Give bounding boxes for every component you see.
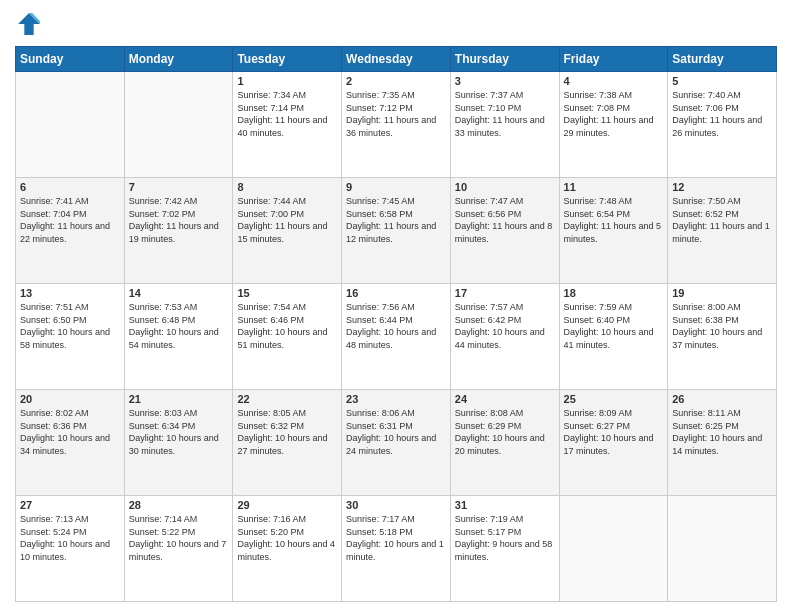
day-number: 31	[455, 499, 555, 511]
weekday-header: Saturday	[668, 47, 777, 72]
calendar-cell: 13Sunrise: 7:51 AMSunset: 6:50 PMDayligh…	[16, 284, 125, 390]
day-info: Sunrise: 7:44 AMSunset: 7:00 PMDaylight:…	[237, 195, 337, 245]
calendar-cell: 2Sunrise: 7:35 AMSunset: 7:12 PMDaylight…	[342, 72, 451, 178]
day-number: 21	[129, 393, 229, 405]
calendar-cell: 4Sunrise: 7:38 AMSunset: 7:08 PMDaylight…	[559, 72, 668, 178]
day-number: 15	[237, 287, 337, 299]
day-info: Sunrise: 7:42 AMSunset: 7:02 PMDaylight:…	[129, 195, 229, 245]
day-info: Sunrise: 7:38 AMSunset: 7:08 PMDaylight:…	[564, 89, 664, 139]
day-number: 3	[455, 75, 555, 87]
calendar-week-row: 13Sunrise: 7:51 AMSunset: 6:50 PMDayligh…	[16, 284, 777, 390]
day-info: Sunrise: 7:57 AMSunset: 6:42 PMDaylight:…	[455, 301, 555, 351]
calendar-cell: 6Sunrise: 7:41 AMSunset: 7:04 PMDaylight…	[16, 178, 125, 284]
calendar: SundayMondayTuesdayWednesdayThursdayFrid…	[15, 46, 777, 602]
day-info: Sunrise: 8:05 AMSunset: 6:32 PMDaylight:…	[237, 407, 337, 457]
calendar-cell: 29Sunrise: 7:16 AMSunset: 5:20 PMDayligh…	[233, 496, 342, 602]
calendar-cell: 1Sunrise: 7:34 AMSunset: 7:14 PMDaylight…	[233, 72, 342, 178]
day-info: Sunrise: 7:41 AMSunset: 7:04 PMDaylight:…	[20, 195, 120, 245]
day-number: 11	[564, 181, 664, 193]
calendar-cell: 8Sunrise: 7:44 AMSunset: 7:00 PMDaylight…	[233, 178, 342, 284]
calendar-cell: 24Sunrise: 8:08 AMSunset: 6:29 PMDayligh…	[450, 390, 559, 496]
day-info: Sunrise: 7:19 AMSunset: 5:17 PMDaylight:…	[455, 513, 555, 563]
calendar-cell: 15Sunrise: 7:54 AMSunset: 6:46 PMDayligh…	[233, 284, 342, 390]
day-number: 27	[20, 499, 120, 511]
day-info: Sunrise: 7:34 AMSunset: 7:14 PMDaylight:…	[237, 89, 337, 139]
day-info: Sunrise: 7:16 AMSunset: 5:20 PMDaylight:…	[237, 513, 337, 563]
day-number: 28	[129, 499, 229, 511]
calendar-week-row: 20Sunrise: 8:02 AMSunset: 6:36 PMDayligh…	[16, 390, 777, 496]
calendar-cell: 28Sunrise: 7:14 AMSunset: 5:22 PMDayligh…	[124, 496, 233, 602]
day-info: Sunrise: 7:40 AMSunset: 7:06 PMDaylight:…	[672, 89, 772, 139]
calendar-cell: 20Sunrise: 8:02 AMSunset: 6:36 PMDayligh…	[16, 390, 125, 496]
day-info: Sunrise: 7:13 AMSunset: 5:24 PMDaylight:…	[20, 513, 120, 563]
day-number: 4	[564, 75, 664, 87]
calendar-week-row: 6Sunrise: 7:41 AMSunset: 7:04 PMDaylight…	[16, 178, 777, 284]
weekday-header: Sunday	[16, 47, 125, 72]
day-number: 7	[129, 181, 229, 193]
day-info: Sunrise: 7:37 AMSunset: 7:10 PMDaylight:…	[455, 89, 555, 139]
day-info: Sunrise: 8:03 AMSunset: 6:34 PMDaylight:…	[129, 407, 229, 457]
day-info: Sunrise: 7:50 AMSunset: 6:52 PMDaylight:…	[672, 195, 772, 245]
day-number: 22	[237, 393, 337, 405]
day-info: Sunrise: 8:09 AMSunset: 6:27 PMDaylight:…	[564, 407, 664, 457]
day-number: 25	[564, 393, 664, 405]
calendar-week-row: 27Sunrise: 7:13 AMSunset: 5:24 PMDayligh…	[16, 496, 777, 602]
weekday-header-row: SundayMondayTuesdayWednesdayThursdayFrid…	[16, 47, 777, 72]
calendar-week-row: 1Sunrise: 7:34 AMSunset: 7:14 PMDaylight…	[16, 72, 777, 178]
day-info: Sunrise: 7:53 AMSunset: 6:48 PMDaylight:…	[129, 301, 229, 351]
calendar-cell: 22Sunrise: 8:05 AMSunset: 6:32 PMDayligh…	[233, 390, 342, 496]
weekday-header: Wednesday	[342, 47, 451, 72]
weekday-header: Thursday	[450, 47, 559, 72]
day-number: 17	[455, 287, 555, 299]
day-info: Sunrise: 8:02 AMSunset: 6:36 PMDaylight:…	[20, 407, 120, 457]
day-info: Sunrise: 7:47 AMSunset: 6:56 PMDaylight:…	[455, 195, 555, 245]
calendar-cell: 10Sunrise: 7:47 AMSunset: 6:56 PMDayligh…	[450, 178, 559, 284]
calendar-cell: 11Sunrise: 7:48 AMSunset: 6:54 PMDayligh…	[559, 178, 668, 284]
day-number: 14	[129, 287, 229, 299]
day-number: 18	[564, 287, 664, 299]
logo-icon	[15, 10, 43, 38]
calendar-cell: 27Sunrise: 7:13 AMSunset: 5:24 PMDayligh…	[16, 496, 125, 602]
day-number: 5	[672, 75, 772, 87]
day-number: 24	[455, 393, 555, 405]
day-info: Sunrise: 7:45 AMSunset: 6:58 PMDaylight:…	[346, 195, 446, 245]
calendar-cell: 18Sunrise: 7:59 AMSunset: 6:40 PMDayligh…	[559, 284, 668, 390]
calendar-cell: 25Sunrise: 8:09 AMSunset: 6:27 PMDayligh…	[559, 390, 668, 496]
calendar-cell	[16, 72, 125, 178]
calendar-cell: 26Sunrise: 8:11 AMSunset: 6:25 PMDayligh…	[668, 390, 777, 496]
day-number: 20	[20, 393, 120, 405]
calendar-cell: 17Sunrise: 7:57 AMSunset: 6:42 PMDayligh…	[450, 284, 559, 390]
calendar-cell: 12Sunrise: 7:50 AMSunset: 6:52 PMDayligh…	[668, 178, 777, 284]
day-info: Sunrise: 7:56 AMSunset: 6:44 PMDaylight:…	[346, 301, 446, 351]
calendar-cell: 5Sunrise: 7:40 AMSunset: 7:06 PMDaylight…	[668, 72, 777, 178]
day-number: 8	[237, 181, 337, 193]
calendar-cell	[559, 496, 668, 602]
day-number: 13	[20, 287, 120, 299]
day-number: 12	[672, 181, 772, 193]
day-info: Sunrise: 7:35 AMSunset: 7:12 PMDaylight:…	[346, 89, 446, 139]
calendar-cell: 16Sunrise: 7:56 AMSunset: 6:44 PMDayligh…	[342, 284, 451, 390]
calendar-cell: 9Sunrise: 7:45 AMSunset: 6:58 PMDaylight…	[342, 178, 451, 284]
calendar-cell	[668, 496, 777, 602]
day-number: 26	[672, 393, 772, 405]
day-number: 6	[20, 181, 120, 193]
day-info: Sunrise: 8:08 AMSunset: 6:29 PMDaylight:…	[455, 407, 555, 457]
day-number: 19	[672, 287, 772, 299]
day-number: 2	[346, 75, 446, 87]
calendar-cell: 21Sunrise: 8:03 AMSunset: 6:34 PMDayligh…	[124, 390, 233, 496]
day-info: Sunrise: 8:06 AMSunset: 6:31 PMDaylight:…	[346, 407, 446, 457]
day-number: 30	[346, 499, 446, 511]
calendar-cell: 30Sunrise: 7:17 AMSunset: 5:18 PMDayligh…	[342, 496, 451, 602]
calendar-cell	[124, 72, 233, 178]
day-number: 16	[346, 287, 446, 299]
calendar-cell: 23Sunrise: 8:06 AMSunset: 6:31 PMDayligh…	[342, 390, 451, 496]
weekday-header: Tuesday	[233, 47, 342, 72]
day-number: 29	[237, 499, 337, 511]
weekday-header: Friday	[559, 47, 668, 72]
logo	[15, 10, 47, 38]
day-info: Sunrise: 7:51 AMSunset: 6:50 PMDaylight:…	[20, 301, 120, 351]
svg-marker-0	[18, 13, 40, 35]
day-info: Sunrise: 8:11 AMSunset: 6:25 PMDaylight:…	[672, 407, 772, 457]
day-info: Sunrise: 7:14 AMSunset: 5:22 PMDaylight:…	[129, 513, 229, 563]
calendar-cell: 3Sunrise: 7:37 AMSunset: 7:10 PMDaylight…	[450, 72, 559, 178]
